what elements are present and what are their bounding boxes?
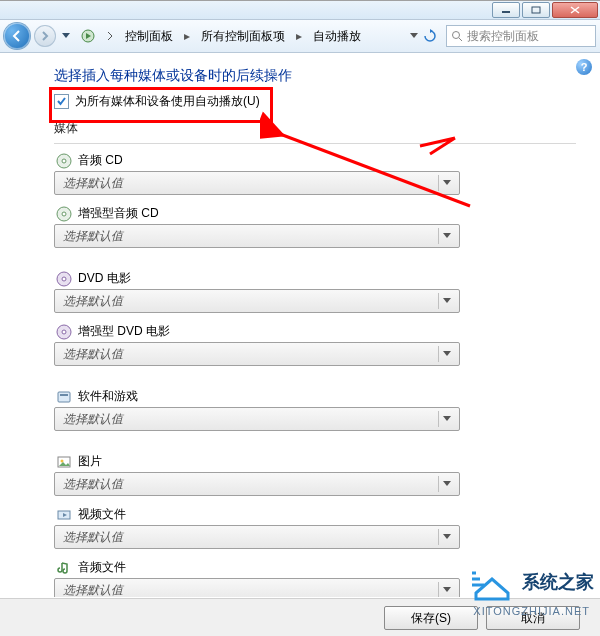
autoplay-all-checkbox[interactable] (54, 94, 69, 109)
back-button[interactable] (4, 23, 30, 49)
cancel-button[interactable]: 取消 (486, 606, 580, 630)
media-head: 软件和游戏 (56, 388, 576, 405)
media-default-combo[interactable]: 选择默认值 (54, 224, 460, 248)
breadcrumb-root[interactable]: 控制面板 (118, 25, 180, 48)
media-group: 增强型 DVD 电影选择默认值 (54, 323, 576, 366)
combo-value: 选择默认值 (63, 582, 123, 598)
media-default-combo[interactable]: 选择默认值 (54, 525, 460, 549)
svg-rect-1 (532, 7, 540, 13)
media-default-combo[interactable]: 选择默认值 (54, 578, 460, 597)
media-head: 增强型 DVD 电影 (56, 323, 576, 340)
media-group: 图片选择默认值 (54, 453, 576, 496)
media-default-combo[interactable]: 选择默认值 (54, 171, 460, 195)
media-default-combo[interactable]: 选择默认值 (54, 407, 460, 431)
media-default-combo[interactable]: 选择默认值 (54, 472, 460, 496)
svg-point-18 (61, 459, 64, 462)
media-group: 音频 CD选择默认值 (54, 152, 576, 195)
software-icon (56, 389, 72, 405)
refresh-icon[interactable] (422, 28, 438, 44)
breadcrumb-leaf[interactable]: 自动播放 (306, 25, 368, 48)
content-area: 选择插入每种媒体或设备时的后续操作 为所有媒体和设备使用自动播放(U) 媒体 音… (0, 53, 600, 597)
combo-value: 选择默认值 (63, 529, 123, 546)
save-button[interactable]: 保存(S) (384, 606, 478, 630)
combo-value: 选择默认值 (63, 293, 123, 310)
chevron-down-icon (438, 529, 455, 545)
media-label: DVD 电影 (78, 270, 131, 287)
media-default-combo[interactable]: 选择默认值 (54, 342, 460, 366)
chevron-right-icon (106, 31, 114, 41)
forward-button[interactable] (34, 25, 56, 47)
media-group: 音频文件选择默认值 (54, 559, 576, 597)
breadcrumb: 控制面板 ▸ 所有控制面板项 ▸ 自动播放 (118, 25, 406, 48)
audio-file-icon (56, 560, 72, 576)
nav-history-dropdown[interactable] (60, 33, 72, 39)
chevron-down-icon (438, 582, 455, 597)
titlebar (0, 1, 600, 20)
combo-value: 选择默认值 (63, 175, 123, 192)
svg-point-10 (62, 212, 66, 216)
chevron-down-icon (438, 476, 455, 492)
chevron-down-icon (438, 228, 455, 244)
autoplay-icon (80, 28, 98, 44)
media-label: 软件和游戏 (78, 388, 138, 405)
svg-line-6 (459, 38, 462, 41)
media-label: 视频文件 (78, 506, 126, 523)
close-button[interactable] (552, 2, 598, 18)
combo-value: 选择默认值 (63, 228, 123, 245)
chevron-right-icon: ▸ (294, 29, 304, 43)
media-head: DVD 电影 (56, 270, 576, 287)
media-head: 音频 CD (56, 152, 576, 169)
maximize-button[interactable] (522, 2, 550, 18)
media-label: 音频 CD (78, 152, 123, 169)
chevron-down-icon (438, 411, 455, 427)
navbar: 控制面板 ▸ 所有控制面板项 ▸ 自动播放 搜索控制面板 (0, 20, 600, 53)
dvd-icon (56, 271, 72, 287)
footer: 保存(S) 取消 (0, 598, 600, 636)
media-label: 音频文件 (78, 559, 126, 576)
cd-audio-icon (56, 153, 72, 169)
combo-value: 选择默认值 (63, 411, 123, 428)
divider (54, 143, 576, 144)
autoplay-all-label: 为所有媒体和设备使用自动播放(U) (75, 93, 260, 110)
media-head: 图片 (56, 453, 576, 470)
minimize-button[interactable] (492, 2, 520, 18)
media-group: 增强型音频 CD选择默认值 (54, 205, 576, 248)
svg-point-12 (62, 277, 66, 281)
chevron-down-icon (438, 346, 455, 362)
media-head: 音频文件 (56, 559, 576, 576)
search-placeholder: 搜索控制面板 (467, 28, 539, 45)
breadcrumb-mid[interactable]: 所有控制面板项 (194, 25, 292, 48)
media-label: 增强型 DVD 电影 (78, 323, 170, 340)
section-media-label: 媒体 (54, 120, 576, 137)
svg-point-8 (62, 159, 66, 163)
chevron-down-icon (438, 175, 455, 191)
svg-point-14 (62, 330, 66, 334)
media-head: 增强型音频 CD (56, 205, 576, 222)
page-title: 选择插入每种媒体或设备时的后续操作 (54, 67, 576, 85)
media-label: 增强型音频 CD (78, 205, 159, 222)
chevron-right-icon: ▸ (182, 29, 192, 43)
picture-icon (56, 454, 72, 470)
cd-audio-icon (56, 206, 72, 222)
svg-rect-16 (60, 394, 68, 396)
search-input[interactable]: 搜索控制面板 (446, 25, 596, 47)
svg-rect-15 (58, 392, 70, 402)
chevron-down-icon[interactable] (410, 33, 418, 39)
autoplay-all-checkbox-row: 为所有媒体和设备使用自动播放(U) (54, 93, 576, 110)
chevron-down-icon (438, 293, 455, 309)
media-label: 图片 (78, 453, 102, 470)
video-icon (56, 507, 72, 523)
combo-value: 选择默认值 (63, 476, 123, 493)
combo-value: 选择默认值 (63, 346, 123, 363)
media-default-combo[interactable]: 选择默认值 (54, 289, 460, 313)
search-icon (451, 30, 463, 42)
media-head: 视频文件 (56, 506, 576, 523)
media-group: DVD 电影选择默认值 (54, 270, 576, 313)
dvd-icon (56, 324, 72, 340)
media-group: 软件和游戏选择默认值 (54, 388, 576, 431)
media-group: 视频文件选择默认值 (54, 506, 576, 549)
svg-point-5 (453, 32, 460, 39)
